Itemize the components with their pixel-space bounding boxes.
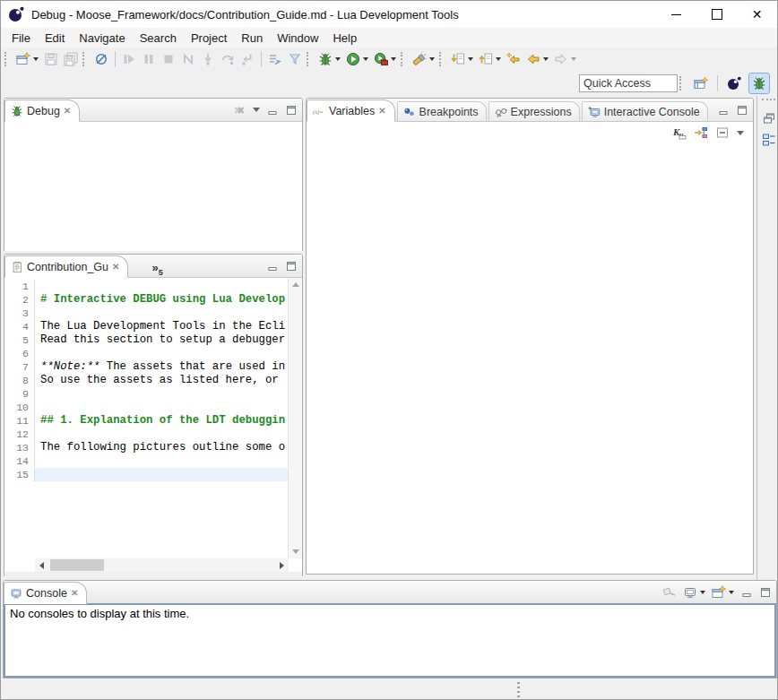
step-return-button[interactable] — [238, 50, 256, 68]
run-button[interactable] — [344, 50, 370, 68]
tab-expressions[interactable]: x= Expressions — [488, 101, 580, 121]
back-dropdown[interactable] — [543, 57, 549, 61]
use-step-filters-button[interactable] — [286, 50, 304, 68]
menu-item-edit[interactable]: Edit — [38, 30, 72, 47]
line-number[interactable]: 15 — [4, 468, 35, 481]
external-tools-dropdown[interactable] — [391, 57, 396, 61]
tab-interactive-console[interactable]: Interactive Console — [582, 101, 708, 121]
console-content[interactable]: No consoles to display at this time. — [4, 603, 776, 678]
open-console-button[interactable] — [712, 585, 734, 600]
next-annotation-button[interactable] — [449, 50, 475, 68]
back-button[interactable] — [524, 50, 550, 68]
toolbar-grip[interactable] — [4, 52, 10, 66]
view-menu-icon[interactable] — [737, 131, 744, 135]
next-annotation-dropdown[interactable] — [468, 57, 473, 61]
display-console-dropdown[interactable] — [700, 591, 705, 594]
scroll-right-icon[interactable] — [275, 558, 289, 572]
editor-line[interactable]: 10 — [4, 401, 289, 414]
scrollbar-thumb[interactable] — [50, 559, 104, 571]
toolbar-grip[interactable] — [439, 52, 445, 66]
window-close-button[interactable]: ✕ — [737, 1, 777, 28]
editor-line[interactable]: 3 — [4, 307, 289, 320]
lua-perspective-button[interactable] — [723, 73, 745, 94]
menu-item-file[interactable]: File — [4, 30, 38, 47]
line-number[interactable]: 1 — [4, 280, 35, 293]
window-maximize-button[interactable] — [696, 1, 737, 28]
debug-perspective-button[interactable] — [748, 73, 770, 94]
toolbar-grip[interactable] — [679, 76, 685, 91]
forward-button[interactable] — [552, 50, 578, 68]
editor-line[interactable]: 6 — [4, 347, 289, 360]
editor-line[interactable]: 13The following pictures outline some o — [4, 441, 289, 454]
outline-view-button[interactable] — [757, 129, 778, 151]
debug-view-content[interactable] — [4, 122, 302, 251]
open-console-dropdown[interactable] — [729, 591, 734, 594]
line-number[interactable]: 13 — [4, 441, 35, 454]
quick-access-input[interactable] — [579, 74, 678, 92]
menu-item-search[interactable]: Search — [133, 30, 184, 47]
tab-editor-contribution-guide[interactable]: Contribution_Gu ✕ — [4, 255, 128, 278]
toolbar-grip[interactable] — [82, 52, 88, 66]
editor-line[interactable]: 11## 1. Explanation of the LDT debuggin — [4, 414, 289, 428]
editor-line[interactable]: 9 — [4, 387, 289, 401]
maximize-view-icon[interactable] — [285, 260, 298, 272]
line-number[interactable]: 12 — [4, 428, 35, 441]
maximize-view-icon[interactable] — [736, 104, 748, 117]
step-into-button[interactable] — [199, 50, 217, 68]
line-number[interactable]: 14 — [4, 454, 35, 468]
previous-annotation-button[interactable] — [477, 50, 503, 68]
hidden-editors-chevron[interactable]: »5 — [151, 261, 162, 277]
forward-dropdown[interactable] — [571, 57, 576, 61]
menu-item-run[interactable]: Run — [234, 30, 270, 47]
editor-line[interactable]: 1 — [4, 280, 289, 293]
skip-all-breakpoints-button[interactable] — [92, 50, 110, 68]
scroll-up-icon[interactable] — [289, 278, 302, 291]
minimize-view-icon[interactable] — [740, 586, 753, 599]
editor-line[interactable]: 7**Note:** The assets that are used in — [4, 360, 289, 374]
menu-item-help[interactable]: Help — [325, 30, 364, 47]
debug-dropdown[interactable] — [335, 57, 341, 61]
tab-breakpoints[interactable]: Breakpoints — [397, 101, 487, 121]
show-logical-structure-icon[interactable] — [694, 125, 708, 140]
disconnect-button[interactable] — [179, 50, 197, 68]
view-menu-icon[interactable] — [253, 108, 260, 112]
status-bar-grip[interactable] — [517, 682, 520, 698]
search-dropdown[interactable] — [429, 57, 435, 61]
show-type-names-icon[interactable]: K — [672, 125, 687, 140]
remove-all-terminated-icon[interactable] — [232, 103, 246, 117]
tab-variables-close-icon[interactable]: ✕ — [378, 106, 385, 116]
debug-button[interactable] — [316, 50, 342, 68]
line-number[interactable]: 5 — [4, 333, 35, 347]
external-tools-button[interactable] — [372, 50, 398, 68]
line-number[interactable]: 4 — [4, 320, 35, 333]
tab-debug[interactable]: Debug ✕ — [4, 99, 80, 122]
editor-line[interactable]: 14 — [4, 454, 289, 468]
variables-view-content[interactable] — [307, 143, 753, 574]
run-dropdown[interactable] — [363, 57, 368, 61]
open-perspective-button[interactable] — [690, 73, 712, 94]
new-wizard-button[interactable] — [14, 50, 40, 68]
minimize-view-icon[interactable] — [717, 104, 730, 117]
toolbar-grip[interactable] — [401, 52, 406, 66]
line-number[interactable]: 9 — [4, 387, 35, 401]
menu-item-navigate[interactable]: Navigate — [72, 30, 132, 47]
line-number[interactable]: 3 — [4, 307, 35, 320]
display-selected-console-button[interactable] — [683, 585, 705, 600]
restore-views-button[interactable] — [757, 108, 778, 129]
run-to-line-button[interactable] — [266, 50, 284, 68]
menu-item-window[interactable]: Window — [270, 30, 325, 47]
tab-variables[interactable]: (x)= Variables ✕ — [307, 99, 395, 122]
editor-line[interactable]: 5Read this section to setup a debugger — [4, 333, 289, 347]
line-number[interactable]: 2 — [4, 293, 35, 307]
search-button[interactable] — [411, 50, 437, 68]
line-number[interactable]: 7 — [4, 360, 35, 374]
resume-button[interactable] — [120, 50, 138, 68]
maximize-view-icon[interactable] — [285, 104, 298, 117]
editor-line[interactable]: 8So use the assets as listed here, or — [4, 374, 289, 387]
editor-lines[interactable]: 12# Interactive DEBUG using Lua Develop3… — [4, 280, 289, 558]
tab-debug-close-icon[interactable]: ✕ — [64, 106, 71, 116]
tab-editor-close-icon[interactable]: ✕ — [112, 262, 119, 272]
editor-line[interactable]: 4The Lua Development Tools in the Ecli — [4, 320, 289, 333]
terminate-button[interactable] — [160, 50, 177, 68]
editor-body[interactable]: 12# Interactive DEBUG using Lua Develop3… — [4, 278, 302, 558]
